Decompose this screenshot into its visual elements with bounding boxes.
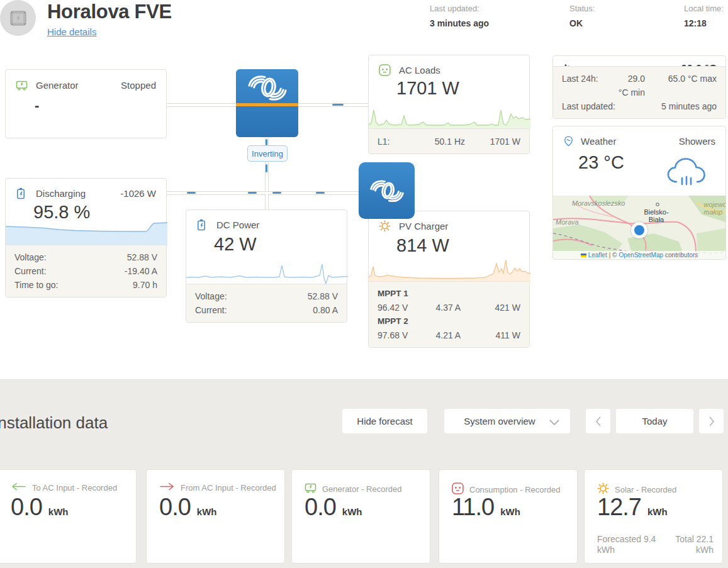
energy-card-label: From AC Input - Recorded: [181, 483, 276, 493]
hide-details-link[interactable]: Hide details: [47, 26, 96, 37]
weather-condition: Showers: [679, 136, 715, 147]
battery-current-label: Current:: [14, 264, 47, 278]
battery-power: -1026 W: [120, 188, 156, 199]
ac-loads-value: 1701 W: [396, 78, 459, 99]
dc-flow-dash-v2: [266, 164, 267, 172]
energy-card-generator: Generator - Recorded 0.0 kWh: [291, 469, 430, 564]
generator-status: Stopped: [121, 80, 156, 91]
energy-card-label: Consumption - Recorded: [469, 485, 561, 494]
overview-select-value: System overview: [464, 416, 535, 426]
dc-voltage-label: Voltage:: [195, 289, 227, 303]
today-label: Today: [642, 416, 667, 426]
energy-unit: kWh: [48, 506, 69, 517]
pv-charger-label: PV Charger: [399, 221, 448, 231]
battery-soc-sparkline: [6, 218, 167, 247]
chevron-right-icon: [708, 416, 715, 427]
boiler-details: Last 24h: 29.0 °C min 65.0 °C max Last u…: [553, 66, 725, 118]
energy-value: 12.7: [597, 494, 641, 521]
last-updated-value: 3 minutes ago: [430, 18, 489, 28]
dc-power-details: Voltage:52.88 V Current:0.80 A: [186, 284, 347, 322]
generator-value: -: [35, 97, 39, 114]
boiler-last24-label: Last 24h:: [562, 72, 616, 99]
weather-map[interactable]: Moravskoslezsko Morava Bielsko- Biała wo…: [553, 196, 725, 259]
ac-l1-label: L1:: [378, 136, 409, 147]
hide-forecast-button[interactable]: Hide forecast: [342, 408, 428, 434]
ac-loads-details: L1: 50.1 Hz 1701 W: [369, 128, 529, 153]
weather-widget[interactable]: Weather Showers 23 °C: [552, 126, 726, 260]
leaflet-link[interactable]: Leaflet: [588, 252, 607, 259]
prev-day-button[interactable]: [585, 408, 611, 434]
map-region-moravskoslezsko: Moravskoslezsko: [572, 199, 625, 207]
last-updated-label: Last updated:: [430, 4, 489, 13]
showers-cloud-icon: [665, 155, 708, 192]
mppt2-power: 411 W: [472, 328, 520, 342]
mppt1-power: 421 W: [472, 301, 520, 315]
ac-loads-widget[interactable]: AC Loads 1701 W L1: 50.1 Hz 1701 W: [368, 55, 530, 154]
openstreetmap-link[interactable]: OpenStreetMap: [619, 252, 663, 259]
boiler-widget[interactable]: BOJLER PRIZEMI 60.0 °C Last 24h: 29.0 °C…: [552, 55, 726, 119]
next-day-button[interactable]: [698, 408, 724, 434]
pv-charger-details: MPPT 1 96.42 V 4.37 A 421 W MPPT 2 97.68…: [369, 281, 529, 347]
mppt2-current: 4.21 A: [425, 328, 472, 342]
battery-icon: [16, 187, 30, 199]
energy-card-label: Solar - Recorded: [615, 485, 676, 494]
victron-logo-small: [370, 179, 404, 202]
inverter-state-badge: Inverting: [247, 145, 288, 162]
dc-power-stub-pipe: [265, 194, 269, 210]
energy-card-solar: Solar - Recorded 12.7 kWh Forecasted 9.4…: [584, 469, 723, 564]
energy-unit: kWh: [342, 506, 362, 517]
ac-loads-outlet-icon: [379, 64, 393, 76]
map-woj-line1: wojewó: [703, 201, 725, 208]
pv-charger-widget[interactable]: PV Charger 814 W MPPT 1 96.42 V 4.37 A 4…: [368, 211, 530, 348]
mppt1-voltage: 96.42 V: [378, 301, 425, 315]
victron-logo: [248, 74, 287, 101]
dc-power-widget[interactable]: DC Power 42 W Voltage:52.88 V Current:0.…: [186, 209, 347, 323]
map-city-line2: Biała: [649, 216, 664, 223]
today-button[interactable]: Today: [615, 408, 694, 434]
status-label: Status:: [569, 4, 595, 13]
energy-value: 0.0: [159, 494, 191, 521]
ac-loads-label: AC Loads: [399, 65, 440, 75]
map-attr-separator: | ©: [609, 252, 617, 259]
battery-state-label: Discharging: [36, 188, 86, 199]
local-time-block: Local time: 12:18: [684, 4, 724, 28]
page-title: Horalova FVE: [47, 1, 172, 23]
dc-power-value: 42 W: [214, 234, 257, 255]
arrow-left-icon: [11, 482, 26, 493]
dc-voltage-value: 52.88 V: [308, 289, 338, 303]
map-attr-suffix: contributors: [665, 252, 698, 259]
battery-details: Voltage:52.88 V Current:-19.40 A Time to…: [6, 245, 166, 297]
dc-power-label: DC Power: [216, 220, 259, 230]
solar-total-text: Total 22.1 kWh: [664, 534, 714, 555]
energy-unit: kWh: [197, 506, 217, 517]
boiler-updated-label: Last updated:: [562, 99, 615, 113]
map-location-marker[interactable]: [631, 222, 647, 238]
ac-loads-sparkline: [369, 101, 530, 130]
mppt2-voltage: 97.68 V: [378, 328, 425, 342]
energy-value: 0.0: [11, 494, 42, 521]
status-value: OK: [569, 18, 595, 28]
ac-line-through-inverter: [236, 103, 298, 106]
pv-charger-block[interactable]: [359, 162, 415, 219]
battery-ttg-label: Time to go:: [14, 278, 59, 292]
dc-flow-dash-3: [272, 192, 281, 194]
dc-flow-dash-4: [316, 192, 325, 194]
generator-widget[interactable]: Generator Stopped -: [5, 69, 167, 138]
boiler-max: 65.0 °C max: [661, 72, 717, 99]
inverter-state-label: Inverting: [252, 149, 283, 159]
dc-flow-dash-1: [187, 192, 196, 194]
mppt2-name: MPPT 2: [378, 315, 520, 328]
arrow-right-icon: [159, 482, 175, 493]
battery-widget[interactable]: Discharging -1026 W 95.8 % Voltage:52.88…: [5, 178, 167, 298]
generator-label: Generator: [36, 80, 79, 91]
generator-icon: [16, 79, 30, 91]
overview-select[interactable]: System overview: [444, 408, 571, 434]
mppt1-name: MPPT 1: [378, 287, 520, 301]
location-pin-icon: [563, 135, 574, 147]
weather-temperature: 23 °C: [578, 152, 624, 173]
energy-card-label: Generator - Recorded: [322, 484, 401, 494]
local-time-value: 12:18: [684, 18, 724, 28]
ukraine-flag-icon: [581, 253, 586, 257]
pv-charger-sparkline: [369, 257, 530, 284]
dc-power-sparkline: [186, 260, 348, 286]
